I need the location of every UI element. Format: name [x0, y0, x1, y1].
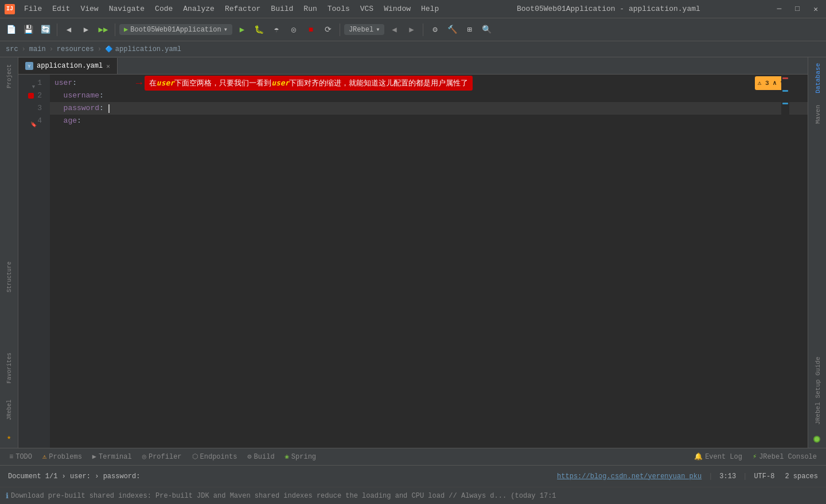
line-numbers: ▼ 1 2 3 🔖 4	[18, 75, 50, 448]
settings-button[interactable]: ⚙	[427, 22, 442, 37]
event-log-button[interactable]: 🔔 Event Log	[689, 451, 747, 463]
status-sep-2: |	[743, 472, 747, 480]
menu-analyze[interactable]: Analyze	[178, 3, 219, 14]
btm-tab-problems[interactable]: ⚠ Problems	[38, 451, 87, 463]
code-line-1: user: ⚠ 3 ∧ ∨	[50, 77, 808, 89]
spring-label: Spring	[291, 453, 316, 461]
build-icon: ⚙	[247, 452, 251, 461]
spring-icon: ❀	[285, 452, 289, 461]
stop-button[interactable]: ■	[303, 22, 318, 37]
jrebel-run-button[interactable]: ◀	[387, 22, 402, 37]
layout-button[interactable]: ⊞	[462, 22, 477, 37]
yaml-colon-1: :	[72, 77, 77, 89]
breadcrumb-src[interactable]: src	[6, 45, 18, 53]
recent-button[interactable]: ▶▶	[96, 22, 111, 37]
jrebel-config[interactable]: JRebel ▾	[344, 24, 384, 35]
sidebar-jrebel-icon[interactable]: JRebel	[5, 395, 14, 425]
debug-button[interactable]: 🐛	[252, 22, 267, 37]
menu-help[interactable]: Help	[416, 3, 443, 14]
error-marker-1	[782, 77, 788, 79]
maximize-button[interactable]: □	[792, 3, 803, 15]
back-button[interactable]: ◀	[61, 22, 76, 37]
code-line-3[interactable]: password:	[50, 102, 808, 115]
toolbar-separator-1	[57, 24, 57, 36]
right-tab-jrebel[interactable]: JRebel Setup Guide	[808, 351, 826, 431]
run-config[interactable]: ▶ Boot05Web01Application ▾	[119, 24, 232, 35]
tools-button[interactable]: 🔨	[445, 22, 459, 37]
coverage-button[interactable]: ☂	[269, 22, 284, 37]
profiler-icon: ◎	[142, 452, 146, 461]
url-status[interactable]: https://blog.csdn.net/yerenyuan_pku	[554, 471, 705, 482]
jrebel-status-dot	[813, 436, 820, 443]
line-num-1: ▼ 1	[18, 77, 45, 89]
btm-tab-build[interactable]: ⚙ Build	[243, 451, 279, 463]
menu-refactor[interactable]: Refactor	[220, 3, 265, 14]
btm-tab-profiler[interactable]: ◎ Profiler	[138, 451, 186, 463]
sync-button[interactable]: 🔄	[38, 22, 53, 37]
cursor-pos-text: 3:13	[719, 472, 736, 480]
more-run-button[interactable]: ⟳	[321, 22, 336, 37]
line-num-label-2: 2	[37, 89, 42, 102]
fold-icon-1[interactable]: ▼	[30, 81, 35, 85]
line-ending-status[interactable]: 2 spaces	[781, 471, 821, 482]
yaml-key-username: username	[64, 89, 99, 102]
line-ending-text: 2 spaces	[785, 472, 818, 480]
menu-run[interactable]: Run	[299, 3, 321, 14]
status-sep-1: |	[708, 472, 712, 480]
window-title: Boot05Web01Application - application.yam…	[448, 5, 769, 13]
sidebar-project-icon[interactable]: Project	[5, 60, 14, 93]
encoding-status[interactable]: UTF-8	[750, 471, 778, 482]
breadcrumb-sep-3: ›	[98, 45, 102, 53]
breadcrumb-file: application.yaml	[115, 45, 181, 53]
menu-file[interactable]: File	[20, 3, 46, 14]
code-line-2: username:	[50, 89, 808, 102]
new-file-button[interactable]: 📄	[3, 22, 18, 37]
menu-edit[interactable]: Edit	[48, 3, 75, 14]
problems-label: Problems	[49, 453, 82, 461]
menu-navigate[interactable]: Navigate	[104, 3, 149, 14]
menu-view[interactable]: View	[76, 3, 103, 14]
right-tab-database[interactable]: Database	[808, 57, 826, 99]
close-button[interactable]: ✕	[810, 3, 821, 15]
btm-tab-spring[interactable]: ❀ Spring	[280, 451, 321, 463]
jrebel-debug-button[interactable]: ▶	[404, 22, 419, 37]
forward-button[interactable]: ▶	[79, 22, 93, 37]
right-tab-maven[interactable]: Maven	[808, 99, 826, 130]
profiler-label: Profiler	[149, 453, 182, 461]
btm-tab-endpoints[interactable]: ⬡ Endpoints	[188, 451, 242, 463]
search-everywhere-button[interactable]: 🔍	[479, 22, 494, 37]
run-config-name: Boot05Web01Application	[130, 26, 221, 34]
minimize-button[interactable]: ─	[774, 3, 785, 15]
yaml-key-age: age	[64, 115, 77, 127]
run-button[interactable]: ▶	[235, 22, 250, 37]
todo-label: TODO	[15, 453, 32, 461]
main-area: Project Structure Favorites JRebel ★ Y a…	[0, 57, 826, 448]
code-content[interactable]: → 在user下面空两格，只要我们一看到user下面对齐的缩进，就能知道这儿配置…	[50, 75, 808, 448]
sidebar-favorites-icon[interactable]: Favorites	[5, 348, 14, 388]
tab-close-button[interactable]: ✕	[106, 62, 110, 70]
menu-vcs[interactable]: VCS	[356, 3, 378, 14]
breadcrumb-resources[interactable]: resources	[57, 45, 94, 53]
code-editor[interactable]: ▼ 1 2 3 🔖 4 →	[18, 75, 808, 448]
indent-2	[54, 89, 64, 102]
line-num-label-3: 3	[37, 102, 42, 115]
save-button[interactable]: 💾	[21, 22, 36, 37]
menu-code[interactable]: Code	[150, 3, 177, 14]
run-config-icon: ▶	[124, 25, 128, 34]
profile-button[interactable]: ◎	[286, 22, 301, 37]
sidebar-star-icon[interactable]: ★	[2, 429, 17, 444]
breadcrumb-main[interactable]: main	[29, 45, 46, 53]
btm-tab-terminal[interactable]: ▶ Terminal	[88, 451, 137, 463]
breadcrumb-file-icon: 🔷	[105, 45, 113, 53]
cursor-position[interactable]: 3:13	[716, 471, 739, 482]
problems-icon: ⚠	[42, 452, 46, 461]
btm-tab-todo[interactable]: ≡ TODO	[5, 451, 37, 463]
sidebar-structure-icon[interactable]: Structure	[5, 257, 14, 297]
jrebel-console-button[interactable]: ⚡ JRebel Console	[748, 451, 821, 463]
breadcrumb-status[interactable]: Document 1/1 › user: › password:	[5, 471, 143, 482]
line-num-2: 2	[18, 89, 45, 102]
menu-build[interactable]: Build	[266, 3, 298, 14]
editor-tab-yaml[interactable]: Y application.yaml ✕	[18, 58, 118, 74]
menu-window[interactable]: Window	[379, 3, 415, 14]
menu-tools[interactable]: Tools	[323, 3, 354, 14]
